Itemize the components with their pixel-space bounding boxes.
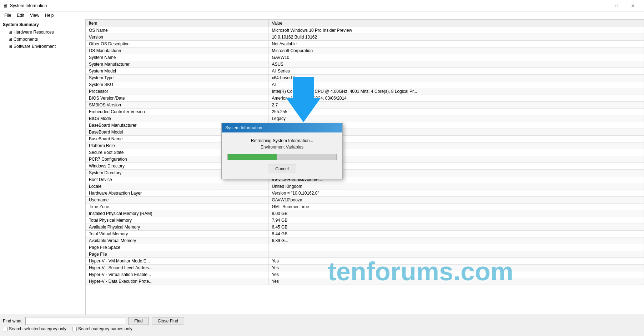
close-button[interactable]: ✕ <box>625 0 641 11</box>
table-cell-item: Total Physical Memory <box>86 217 269 224</box>
table-row: System ModelAll Series <box>86 68 644 75</box>
dialog-line1: Refreshing System Information... <box>227 138 337 143</box>
table-row: Hyper-V - VM Monitor Mode E...Yes <box>86 258 644 265</box>
title-bar-left: 🖥 System Information <box>3 3 47 9</box>
table-cell-item: Hyper-V - Second Level Addres... <box>86 265 269 271</box>
table-cell-item: BIOS Version/Date <box>86 95 269 102</box>
minimize-button[interactable]: — <box>592 0 608 11</box>
menu-bar: File Edit View Help <box>0 11 644 19</box>
table-cell-value: 6.89 G... <box>269 237 644 244</box>
table-cell-value <box>269 251 644 258</box>
table-cell-value: Version = "10.0.10162.0" <box>269 190 644 197</box>
sidebar-item-components[interactable]: ⊞ Components <box>0 36 85 43</box>
table-cell-item: BIOS Mode <box>86 115 269 122</box>
find-button[interactable]: Find <box>128 317 149 325</box>
table-cell-item: Total Virtual Memory <box>86 231 269 237</box>
table-row: LocaleUnited Kingdom <box>86 183 644 190</box>
system-information-dialog: System Information Refreshing System Inf… <box>221 123 343 179</box>
find-label: Find what: <box>3 319 22 324</box>
table-cell-item: Hyper-V - Virtualisation Enable... <box>86 271 269 278</box>
table-cell-value: 255.255 <box>269 109 644 115</box>
table-cell-item: SMBIOS Version <box>86 102 269 109</box>
title-bar-controls: — □ ✕ <box>592 0 641 11</box>
table-cell-value: 7.94 GB <box>269 217 644 224</box>
table-cell-value: GAVW10\booza <box>269 197 644 204</box>
table-row: Page File <box>86 251 644 258</box>
find-row: Find what: Find Close Find <box>3 317 641 325</box>
table-cell-value: Microsoft Windows 10 Pro Insider Preview <box>269 27 644 34</box>
table-cell-item: Other OS Description <box>86 41 269 47</box>
table-cell-value: x64-based P... <box>269 75 644 81</box>
table-cell-item: Embedded Controller Version <box>86 109 269 115</box>
title-bar-title: System Information <box>10 3 47 8</box>
cancel-button[interactable]: Cancel <box>268 165 296 173</box>
table-cell-value: All Series <box>269 68 644 75</box>
table-cell-value: 8.00 GB <box>269 210 644 217</box>
table-row: Available Physical Memory6.45 GB <box>86 224 644 231</box>
menu-view[interactable]: View <box>27 12 42 19</box>
find-bar: Find what: Find Close Find Search select… <box>0 315 644 336</box>
checkbox-search-category[interactable]: Search selected category only <box>3 326 66 331</box>
maximize-button[interactable]: □ <box>608 0 625 11</box>
table-cell-value: 10.0.10162 Build 10162 <box>269 34 644 41</box>
table-row: System ManufacturerASUS <box>86 61 644 68</box>
tree-root-system-summary[interactable]: System Summary <box>0 21 85 29</box>
find-input[interactable] <box>25 317 125 325</box>
app-icon: 🖥 <box>3 3 8 9</box>
expand-icon: ⊞ <box>9 30 12 35</box>
right-panel: Item Value OS NameMicrosoft Windows 10 P… <box>86 19 644 315</box>
menu-help[interactable]: Help <box>42 12 57 19</box>
table-cell-item: Hyper-V - VM Monitor Mode E... <box>86 258 269 265</box>
checkbox-category-input[interactable] <box>3 327 7 331</box>
sidebar-item-software-environment[interactable]: ⊞ Software Environment <box>0 43 85 50</box>
table-cell-value: Intel(R) Core... 4790K CPU @ 4.00GHz, 40… <box>269 88 644 95</box>
table-cell-item: System Name <box>86 54 269 61</box>
close-find-button[interactable]: Close Find <box>152 317 184 325</box>
table-row: Page File Space <box>86 244 644 251</box>
table-row: Secure Boot State <box>86 149 644 156</box>
menu-edit[interactable]: Edit <box>14 12 27 19</box>
menu-file[interactable]: File <box>1 12 14 19</box>
table-cell-item: Installed Physical Memory (RAM) <box>86 210 269 217</box>
main-layout: System Summary ⊞ Hardware Resources ⊞ Co… <box>0 19 644 315</box>
dialog-titlebar: System Information <box>222 123 342 132</box>
progress-bar-fill <box>228 154 277 160</box>
table-row: System Directory <box>86 170 644 176</box>
checkbox-search-names[interactable]: Search category names only <box>72 326 132 331</box>
table-cell-item: Processor <box>86 88 269 95</box>
col-value: Value <box>269 20 644 27</box>
table-row: ProcessorIntel(R) Core... 4790K CPU @ 4.… <box>86 88 644 95</box>
col-item: Item <box>86 20 269 27</box>
table-row: Time ZoneGMT Summer Time <box>86 204 644 210</box>
table-cell-item: System Type <box>86 75 269 81</box>
expand-icon-software: ⊞ <box>9 44 12 49</box>
table-row: OS ManufacturerMicrosoft Corporation <box>86 47 644 54</box>
table-cell-item: OS Manufacturer <box>86 47 269 54</box>
table-cell-item: Username <box>86 197 269 204</box>
table-row: Installed Physical Memory (RAM)8.00 GB <box>86 210 644 217</box>
table-row: Platform Role <box>86 142 644 149</box>
table-cell-value: 2.7 <box>269 102 644 109</box>
checkbox-names-input[interactable] <box>72 327 77 331</box>
table-cell-item: System SKU <box>86 81 269 88</box>
table-row: Embedded Controller Version255.255 <box>86 109 644 115</box>
table-row: Other OS DescriptionNot Available <box>86 41 644 47</box>
table-row: BIOS ModeLegacy <box>86 115 644 122</box>
table-row: Hyper-V - Second Level Addres...Yes <box>86 265 644 271</box>
sidebar-item-hardware-resources[interactable]: ⊞ Hardware Resources <box>0 29 85 36</box>
table-cell-value: All <box>269 81 644 88</box>
table-row: BaseBoard Model <box>86 129 644 136</box>
table-row: BIOS Version/DateAmerican M... ds Inc. 2… <box>86 95 644 102</box>
table-cell-value: Legacy <box>269 115 644 122</box>
table-cell-value: 8.44 GB <box>269 231 644 237</box>
table-row: System Typex64-based P... <box>86 75 644 81</box>
left-panel: System Summary ⊞ Hardware Resources ⊞ Co… <box>0 19 86 315</box>
table-cell-value: Yes <box>269 271 644 278</box>
table-row: Total Physical Memory7.94 GB <box>86 217 644 224</box>
table-cell-item: Page File Space <box>86 244 269 251</box>
table-cell-value: ASUS <box>269 61 644 68</box>
table-cell-value: Yes <box>269 278 644 285</box>
table-cell-item: Available Physical Memory <box>86 224 269 231</box>
table-cell-value: Yes <box>269 258 644 265</box>
table-row: Total Virtual Memory8.44 GB <box>86 231 644 237</box>
